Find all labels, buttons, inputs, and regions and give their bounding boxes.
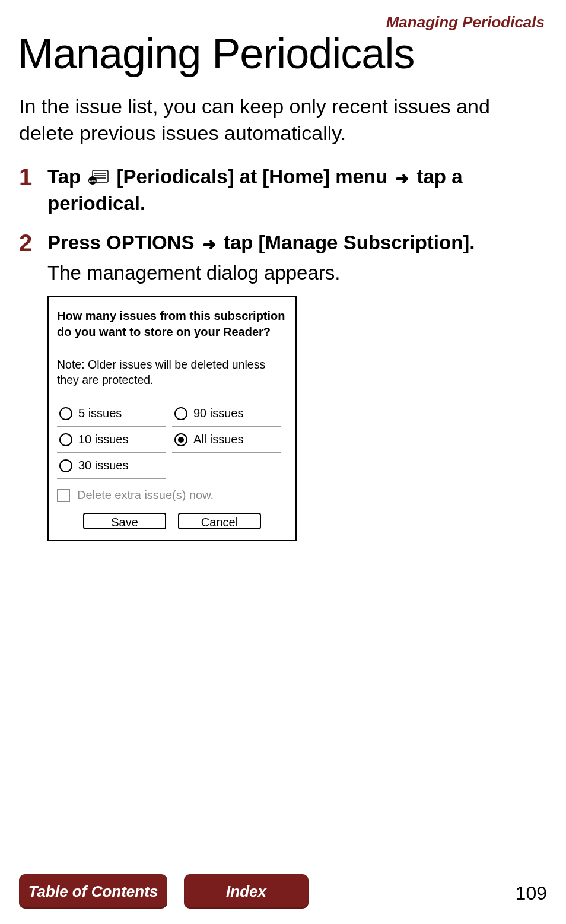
radio-label: 90 issues bbox=[193, 407, 244, 420]
radio-icon bbox=[174, 433, 187, 446]
checkbox-icon bbox=[57, 489, 70, 502]
step-2-instruction: Press OPTIONS ➜ tap [Manage Subscription… bbox=[47, 230, 547, 256]
arrow-right-icon: ➜ bbox=[395, 167, 409, 190]
radio-5-issues[interactable]: 5 issues bbox=[57, 401, 166, 427]
radio-icon bbox=[59, 433, 72, 446]
radio-icon bbox=[59, 459, 72, 472]
table-of-contents-button[interactable]: Table of Contents bbox=[19, 874, 167, 909]
radio-icon bbox=[174, 407, 187, 420]
radio-all-issues[interactable]: All issues bbox=[172, 427, 281, 453]
radio-label: All issues bbox=[193, 433, 243, 446]
delete-now-checkbox[interactable]: Delete extra issue(s) now. bbox=[57, 488, 287, 502]
step-1: 1 Tap New [Periodicals] a bbox=[19, 164, 547, 217]
page-footer: Table of Contents Index 109 bbox=[19, 874, 547, 909]
step-2-subtext: The management dialog appears. bbox=[47, 260, 547, 287]
radio-90-issues[interactable]: 90 issues bbox=[172, 401, 281, 427]
header-section-label: Managing Periodicals bbox=[19, 13, 545, 31]
step-2-text-pre: Press OPTIONS bbox=[47, 231, 200, 253]
step-number: 1 bbox=[19, 165, 47, 189]
step-2-text-mid1: tap [Manage Subscription]. bbox=[224, 231, 475, 253]
radio-icon bbox=[59, 407, 72, 420]
radio-label: 30 issues bbox=[78, 459, 129, 472]
page-title: Managing Periodicals bbox=[18, 31, 547, 77]
step-1-text-mid1: [Periodicals] at [Home] menu bbox=[117, 166, 393, 188]
newspaper-icon: New bbox=[88, 170, 109, 185]
cancel-button[interactable]: Cancel bbox=[178, 513, 261, 529]
arrow-right-icon: ➜ bbox=[202, 233, 216, 256]
step-1-instruction: Tap New [Periodicals] at [Home] menu ➜ bbox=[47, 164, 547, 217]
intro-text: In the issue list, you can keep only rec… bbox=[19, 93, 547, 148]
manage-subscription-dialog: How many issues from this subscription d… bbox=[47, 296, 297, 542]
checkbox-label: Delete extra issue(s) now. bbox=[77, 488, 214, 502]
radio-10-issues[interactable]: 10 issues bbox=[57, 427, 166, 453]
dialog-note: Note: Older issues will be deleted unles… bbox=[57, 357, 287, 388]
index-button[interactable]: Index bbox=[184, 874, 309, 909]
step-2: 2 Press OPTIONS ➜ tap [Manage Subscripti… bbox=[19, 230, 547, 541]
page-number: 109 bbox=[516, 882, 547, 904]
radio-30-issues[interactable]: 30 issues bbox=[57, 453, 166, 479]
save-button[interactable]: Save bbox=[83, 513, 166, 529]
step-1-text-pre: Tap bbox=[47, 166, 86, 188]
radio-label: 5 issues bbox=[78, 407, 122, 420]
svg-text:New: New bbox=[89, 179, 97, 183]
radio-label: 10 issues bbox=[78, 433, 129, 446]
dialog-question: How many issues from this subscription d… bbox=[57, 308, 287, 340]
issue-count-options: 5 issues 90 issues 10 issues All issues bbox=[57, 401, 287, 479]
step-number: 2 bbox=[19, 231, 47, 255]
